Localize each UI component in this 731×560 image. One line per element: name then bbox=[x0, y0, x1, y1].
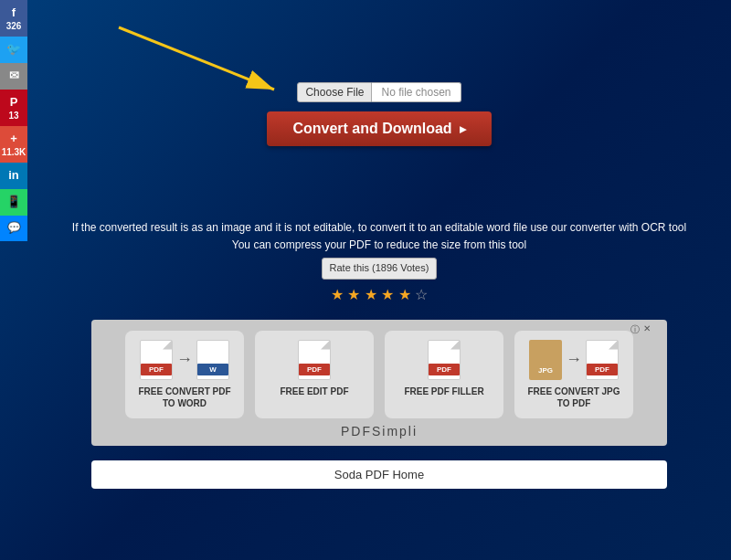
choose-file-button[interactable]: Choose File bbox=[297, 82, 372, 102]
ad-items: PDF → W FREE CONVERT PDF TO WORD PDF FRE… bbox=[106, 331, 652, 418]
email-icon: ✉ bbox=[9, 69, 19, 82]
convert-download-button[interactable]: Convert and Download ▸ bbox=[267, 111, 491, 146]
whatsapp-icon: 📱 bbox=[6, 195, 21, 208]
social-linkedin[interactable]: in bbox=[0, 163, 27, 189]
gplus-icon: + bbox=[10, 132, 17, 145]
info-line1: If the converted result is as an image a… bbox=[72, 219, 686, 237]
pdf-edit-icon: PDF bbox=[298, 340, 331, 380]
file-section: Choose File No file chosen Convert and D… bbox=[267, 82, 491, 146]
ad-item-pdf-filler-label: FREE PDF FILLER bbox=[404, 386, 483, 397]
ad-icon-edit-pdf: PDF bbox=[298, 340, 331, 380]
linkedin-icon: in bbox=[8, 168, 19, 182]
social-twitter[interactable]: 🐦 bbox=[0, 37, 27, 63]
social-whatsapp[interactable]: 📱 bbox=[0, 189, 27, 216]
ad-item-edit-pdf-label: FREE EDIT PDF bbox=[280, 386, 348, 397]
pdf-source-icon: PDF bbox=[140, 340, 173, 380]
ad-icon-pdf-to-word: PDF → W bbox=[140, 340, 229, 380]
ad-item-pdf-to-word-label: FREE CONVERT PDF TO WORD bbox=[132, 386, 237, 409]
jpg-source-icon: JPG bbox=[529, 340, 562, 380]
pinterest-icon: P bbox=[10, 95, 18, 109]
file-input-row: Choose File No file chosen bbox=[297, 82, 461, 102]
no-file-label: No file chosen bbox=[372, 82, 461, 102]
messenger-icon: 💬 bbox=[7, 221, 21, 234]
social-email[interactable]: ✉ bbox=[0, 63, 27, 90]
twitter-icon: 🐦 bbox=[6, 42, 21, 56]
star5: ★ bbox=[398, 287, 411, 302]
star4: ★ bbox=[381, 287, 394, 302]
ad-banner: ⓘ ✕ PDF → W FREE CONVERT PDF TO WORD bbox=[91, 320, 667, 446]
ad-brand: PDFSimpli bbox=[106, 424, 652, 438]
gplus-count: 11.3K bbox=[2, 147, 26, 157]
pinterest-count: 13 bbox=[8, 111, 18, 121]
star-rating: ★ ★ ★ ★ ★ ☆ bbox=[72, 283, 686, 307]
jpg-convert-arrow: → bbox=[566, 350, 582, 369]
ad-close-button[interactable]: ✕ bbox=[643, 323, 651, 333]
facebook-icon: f bbox=[12, 5, 16, 19]
ad-icon-jpg-to-pdf: JPG → PDF bbox=[529, 340, 619, 380]
facebook-count: 326 bbox=[6, 21, 22, 31]
ad-item-jpg-to-pdf[interactable]: JPG → PDF FREE CONVERT JPG TO PDF bbox=[514, 331, 633, 418]
ad-item-edit-pdf[interactable]: PDF FREE EDIT PDF bbox=[255, 331, 374, 418]
ad-item-pdf-to-word[interactable]: PDF → W FREE CONVERT PDF TO WORD bbox=[125, 331, 244, 418]
ad-item-pdf-filler[interactable]: PDF FREE PDF FILLER bbox=[385, 331, 503, 418]
rate-button[interactable]: Rate this (1896 Votes) bbox=[322, 258, 438, 280]
convert-button-label: Convert and Download bbox=[292, 121, 451, 137]
ad-icon-pdf-filler: PDF bbox=[428, 340, 461, 380]
social-gplus[interactable]: + 11.3K bbox=[0, 126, 27, 163]
info-line2: You can compress your PDF to reduce the … bbox=[72, 237, 686, 254]
pdf-dest-icon: PDF bbox=[586, 340, 619, 380]
star6: ☆ bbox=[415, 287, 428, 302]
info-section: If the converted result is as an image a… bbox=[72, 219, 686, 307]
star3: ★ bbox=[365, 287, 377, 302]
social-facebook[interactable]: f 326 bbox=[0, 0, 27, 37]
social-pinterest[interactable]: P 13 bbox=[0, 90, 27, 126]
bottom-bar[interactable]: Soda PDF Home bbox=[91, 460, 667, 489]
main-content: Choose File No file chosen Convert and D… bbox=[27, 0, 731, 507]
convert-arrow-icon: ▸ bbox=[460, 122, 466, 136]
ad-item-jpg-to-pdf-label: FREE CONVERT JPG TO PDF bbox=[522, 386, 626, 409]
star1: ★ bbox=[331, 287, 344, 302]
word-target-icon: W bbox=[196, 340, 229, 380]
social-messenger[interactable]: 💬 bbox=[0, 216, 27, 241]
star2: ★ bbox=[347, 287, 360, 302]
convert-arrow: → bbox=[176, 350, 193, 369]
social-sidebar: f 326 🐦 ✉ P 13 + 11.3K in 📱 💬 bbox=[0, 0, 27, 560]
pdf-filler-icon: PDF bbox=[428, 340, 461, 380]
ad-info-icon[interactable]: ⓘ bbox=[630, 323, 640, 336]
